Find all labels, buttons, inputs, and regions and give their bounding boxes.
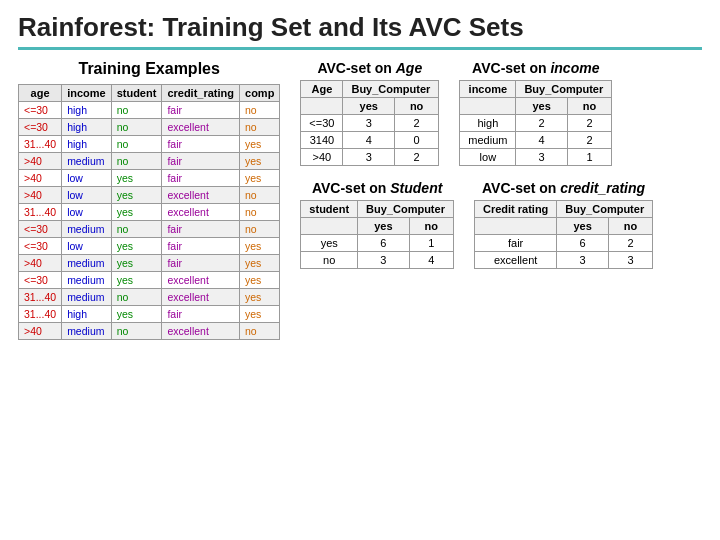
table-cell: medium: [62, 272, 112, 289]
avc-sub-header: yes: [557, 218, 608, 235]
table-cell: no: [301, 252, 358, 269]
table-cell: yes: [111, 187, 162, 204]
table-cell: 3: [343, 115, 394, 132]
table-cell: 31...40: [19, 289, 62, 306]
avc-credit-row-header: Credit rating: [474, 201, 556, 218]
table-cell: 1: [409, 235, 453, 252]
avc-sub-header: yes: [516, 98, 567, 115]
avc-income-italic: income: [550, 60, 599, 76]
table-cell: yes: [240, 153, 280, 170]
table-cell: no: [111, 102, 162, 119]
table-cell: medium: [62, 289, 112, 306]
table-row: 31...40mediumnoexcellentyes: [19, 289, 280, 306]
table-cell: excellent: [162, 323, 240, 340]
table-cell: yes: [240, 306, 280, 323]
training-col-header: age: [19, 85, 62, 102]
table-cell: no: [240, 204, 280, 221]
table-row: <=30lowyesfairyes: [19, 238, 280, 255]
table-cell: <=30: [19, 102, 62, 119]
table-cell: no: [111, 119, 162, 136]
avc-credit-italic: credit_rating: [560, 180, 645, 196]
training-col-header: student: [111, 85, 162, 102]
table-cell: fair: [162, 238, 240, 255]
table-cell: >40: [19, 323, 62, 340]
table-row: low31: [460, 149, 612, 166]
table-cell: >40: [19, 153, 62, 170]
avc-student-sub-header: yesno: [301, 218, 454, 235]
table-row: <=3032: [301, 115, 439, 132]
avc-credit-table: Credit rating Buy_Computer yesno fair62e…: [474, 200, 653, 269]
table-cell: yes: [111, 306, 162, 323]
avc-credit-block: AVC-set on credit_rating Credit rating B…: [474, 180, 653, 269]
table-row: >40lowyesexcellentno: [19, 187, 280, 204]
table-cell: excellent: [162, 119, 240, 136]
avc-age-sub-header: yesno: [301, 98, 439, 115]
table-cell: low: [62, 238, 112, 255]
avc-sub-header: no: [409, 218, 453, 235]
avc-top-row: AVC-set on Age Age Buy_Computer yesno <=…: [300, 60, 702, 166]
training-header: ageincomestudentcredit_ratingcomp: [19, 85, 280, 102]
table-cell: medium: [62, 323, 112, 340]
avc-student-italic: Student: [390, 180, 442, 196]
avc-age-col-header: Buy_Computer: [343, 81, 439, 98]
table-row: <=30mediumnofairno: [19, 221, 280, 238]
table-cell: no: [111, 153, 162, 170]
page-title: Rainforest: Training Set and Its AVC Set…: [18, 12, 702, 43]
avc-age-block: AVC-set on Age Age Buy_Computer yesno <=…: [300, 60, 439, 166]
training-col-header: comp: [240, 85, 280, 102]
avc-empty-header: [301, 98, 343, 115]
table-cell: 4: [409, 252, 453, 269]
table-cell: 3: [516, 149, 567, 166]
table-cell: no: [111, 136, 162, 153]
avc-credit-title: AVC-set on credit_rating: [474, 180, 653, 196]
table-cell: fair: [474, 235, 556, 252]
avc-sections: AVC-set on Age Age Buy_Computer yesno <=…: [300, 60, 702, 269]
table-cell: yes: [301, 235, 358, 252]
training-col-header: credit_rating: [162, 85, 240, 102]
table-cell: 4: [343, 132, 394, 149]
table-cell: 2: [516, 115, 567, 132]
table-cell: low: [460, 149, 516, 166]
training-title: Training Examples: [18, 60, 280, 78]
table-cell: yes: [111, 272, 162, 289]
avc-empty-header: [460, 98, 516, 115]
table-cell: yes: [240, 255, 280, 272]
avc-sub-header: no: [567, 98, 611, 115]
table-row: fair62: [474, 235, 652, 252]
avc-sub-header: no: [608, 218, 652, 235]
avc-student-title: AVC-set on Student: [300, 180, 454, 196]
table-cell: no: [111, 289, 162, 306]
table-cell: 2: [567, 132, 611, 149]
table-cell: no: [111, 221, 162, 238]
table-cell: yes: [111, 238, 162, 255]
table-cell: 31...40: [19, 136, 62, 153]
table-cell: medium: [460, 132, 516, 149]
table-cell: excellent: [162, 289, 240, 306]
table-cell: <=30: [19, 119, 62, 136]
table-row: 31...40highyesfairyes: [19, 306, 280, 323]
table-cell: 31...40: [19, 204, 62, 221]
table-cell: yes: [240, 289, 280, 306]
training-body: <=30highnofairno<=30highnoexcellentno31.…: [19, 102, 280, 340]
table-row: high22: [460, 115, 612, 132]
table-cell: 3140: [301, 132, 343, 149]
avc-age-row-header: Age: [301, 81, 343, 98]
table-cell: no: [240, 187, 280, 204]
avc-empty-header: [301, 218, 358, 235]
table-cell: high: [62, 119, 112, 136]
avc-student-col-header: Buy_Computer: [358, 201, 454, 218]
table-cell: yes: [240, 238, 280, 255]
avc-student-body: yes61no34: [301, 235, 454, 269]
avc-bottom-row: AVC-set on Student student Buy_Computer …: [300, 180, 702, 269]
table-cell: no: [240, 323, 280, 340]
table-cell: yes: [240, 272, 280, 289]
table-cell: <=30: [19, 272, 62, 289]
table-row: >4032: [301, 149, 439, 166]
table-row: <=30highnofairno: [19, 102, 280, 119]
table-cell: excellent: [162, 204, 240, 221]
avc-income-row-header: income: [460, 81, 516, 98]
table-cell: no: [240, 221, 280, 238]
table-cell: >40: [19, 170, 62, 187]
training-table: ageincomestudentcredit_ratingcomp <=30hi…: [18, 84, 280, 340]
table-row: <=30highnoexcellentno: [19, 119, 280, 136]
